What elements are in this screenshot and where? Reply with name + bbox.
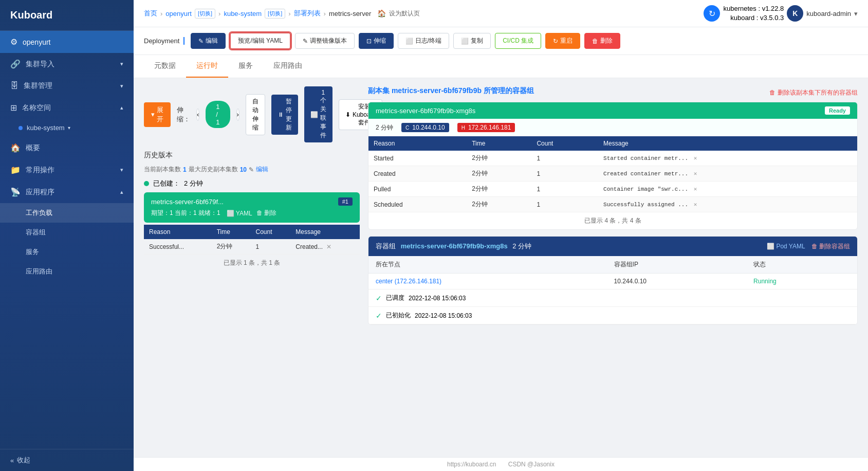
table-row: Started 2分钟 1 Started container metr... … [368, 151, 857, 166]
restart-button[interactable]: ↻ 重启 [545, 33, 580, 49]
delete-replica-link[interactable]: 🗑 删除该副本集下所有的容器组 [769, 88, 858, 97]
sidebar-item-container-group[interactable]: 容器组 [0, 223, 134, 242]
storage-icon: 🗄 [10, 81, 19, 90]
user-dropdown-icon[interactable]: ▾ [854, 10, 858, 17]
home-icon: 🏠 [377, 9, 386, 17]
pod-col-message: Message [598, 136, 857, 151]
chevron-down-icon-4: ▾ [120, 167, 123, 173]
sidebar: Kuboard ⚙ openyurt 🔗 集群导入 ▾ 🗄 集群管理 ▾ ⊞ 名… [0, 0, 134, 471]
pod-yaml-link[interactable]: ⬜ Pod YAML [767, 243, 805, 250]
sidebar-item-overview[interactable]: 🏠 概要 [0, 137, 134, 159]
chevron-up-icon-2: ▴ [120, 189, 123, 195]
ready-badge: Ready [825, 106, 850, 115]
pause-update-button[interactable]: ⏸ 暂停更新 [271, 95, 298, 135]
edit-history-link[interactable]: 编辑 [256, 165, 268, 174]
sidebar-app-route-label: 应用路由 [26, 267, 52, 275]
pause-icon: ⏸ [278, 111, 284, 118]
delete-version-link[interactable]: 🗑 删除 [256, 209, 276, 218]
pod-col-count: Count [531, 136, 598, 151]
cicd-button[interactable]: CI/CD 集成 [495, 33, 541, 49]
copy-button[interactable]: ⬜ 复制 [453, 33, 491, 49]
left-panel: ▾ 展开 伸缩： ‹ 1 / 1 › 自动伸缩 ⏸ 暂停更新 ⬜ 1 个关联事件… [144, 86, 360, 449]
pod-events-footer: 已显示 4 条，共 4 条 [368, 212, 857, 229]
tab-metadata[interactable]: 元数据 [144, 55, 186, 78]
toolbar-deployment-label: Deployment [144, 37, 184, 45]
grid-icon: ⊞ [10, 103, 17, 113]
app-icon: 📡 [10, 187, 21, 197]
set-default-link[interactable]: 设为默认页 [389, 9, 420, 18]
tab-app-route[interactable]: 应用路由 [263, 55, 312, 78]
copyright: CSDN @Jasonix [508, 461, 555, 468]
close-icon[interactable]: ✕ [326, 243, 331, 250]
auto-stretch-button[interactable]: 自动伸缩 [246, 94, 265, 135]
sidebar-logo: Kuboard [0, 0, 134, 31]
edit-icon-2: ✎ [249, 166, 254, 173]
col-time: Time [212, 225, 251, 239]
close-icon-row1[interactable]: ✕ [694, 155, 697, 161]
events-button[interactable]: ⬜ 1 个关联事件 [304, 86, 333, 142]
namespace-kube-system[interactable]: kube-system ▾ [0, 119, 134, 137]
stretch-minus-btn[interactable]: ‹ [196, 108, 199, 121]
initialized-row: ✓ 已初始化 2022-12-08 15:06:03 [368, 307, 857, 324]
sidebar-item-cluster-mgmt[interactable]: 🗄 集群管理 ▾ [0, 75, 134, 97]
tab-service[interactable]: 服务 [228, 55, 263, 78]
node-link[interactable]: center (172.26.146.181) [376, 278, 441, 285]
tabs: 元数据 运行时 服务 应用路由 [134, 55, 868, 78]
edit-button[interactable]: ✎ 编辑 [191, 33, 226, 49]
sidebar-item-openyurt[interactable]: ⚙ openyurt [0, 31, 134, 53]
breadcrumb-home[interactable]: 首页 [144, 9, 157, 18]
table-row: Pulled 2分钟 1 Container image "swr.c... ✕ [368, 182, 857, 197]
time-cell: 2分钟 [467, 197, 531, 212]
pod-col-time: Time [467, 136, 531, 151]
events-table: Reason Time Count Message Successful... … [144, 225, 360, 255]
download-icon: ⬇ [345, 111, 350, 118]
sidebar-item-namespace[interactable]: ⊞ 名称空间 ▴ [0, 97, 134, 119]
breadcrumb-openyurt[interactable]: openyurt [165, 10, 192, 17]
history-title: 历史版本 [144, 151, 360, 160]
yaml-link[interactable]: ⬜ YAML [227, 210, 252, 217]
breadcrumb-kube-system[interactable]: kube-system [224, 10, 262, 17]
file-icon: ⬜ [227, 210, 234, 217]
history-meta: 当前副本集数 1 最大历史副本集数 10 ✎ 编辑 [144, 165, 360, 174]
stretch-plus-btn[interactable]: › [236, 108, 239, 121]
log-button[interactable]: ⬜ 日志/终端 [398, 33, 449, 49]
adjust-image-button[interactable]: ✎ 调整镜像版本 [295, 33, 355, 49]
chevron-down-icon-2: ▾ [120, 83, 123, 89]
sidebar-item-cluster-import[interactable]: 🔗 集群导入 ▾ [0, 53, 134, 75]
file-icon-2: ⬜ [767, 243, 774, 250]
pod-card: metrics-server-6bf679fb9b-xmg8s Ready 2 … [368, 102, 858, 230]
sidebar-item-common-ops[interactable]: 📁 常用操作 ▾ [0, 159, 134, 181]
tab-runtime[interactable]: 运行时 [186, 55, 228, 78]
expand-button[interactable]: ▾ 展开 [144, 102, 171, 127]
k8s-version-line: kubernetes : v1.22.8 [723, 4, 784, 13]
sep-1: › [160, 10, 162, 17]
delete-container-link[interactable]: 🗑 删除容器组 [811, 242, 850, 251]
breadcrumb-deploy-list[interactable]: 部署列表 [294, 9, 321, 18]
close-icon-row2[interactable]: ✕ [694, 171, 697, 177]
current-replicas-value: 1 [183, 166, 187, 173]
sidebar-item-service[interactable]: 服务 [0, 242, 134, 262]
k8s-info: kubernetes : v1.22.8 kuboard : v3.5.0.3 [723, 4, 784, 23]
table-row: Created 2分钟 1 Created container metr... … [368, 166, 857, 182]
pod-col-reason: Reason [368, 136, 467, 151]
stretch-button[interactable]: ⊡ 伸缩 [359, 33, 394, 49]
count-cell: 1 [250, 239, 290, 255]
edit-icon: ✎ [198, 38, 204, 45]
reload-button[interactable]: ↻ [704, 5, 720, 22]
sidebar-collapse-btn[interactable]: « 收起 [0, 449, 134, 471]
initialized-value: 2022-12-08 15:06:03 [415, 312, 472, 319]
close-icon-row4[interactable]: ✕ [694, 202, 697, 208]
yaml-button[interactable]: 预览/编辑 YAML [230, 32, 290, 49]
delete-button[interactable]: 🗑 删除 [584, 33, 620, 49]
close-icon-row3[interactable]: ✕ [694, 186, 697, 192]
time-cell: 2分钟 [212, 239, 251, 255]
stretch-icon: ⊡ [366, 38, 372, 45]
sidebar-item-app-route[interactable]: 应用路由 [0, 262, 134, 281]
sidebar-item-app-program[interactable]: 📡 应用程序 ▴ [0, 181, 134, 203]
switch-kube-system-btn[interactable]: [切换] [265, 9, 285, 19]
version-info: 期望：1 当前：1 就绪：1 ⬜ YAML 🗑 删除 [151, 209, 353, 218]
container-table: 所在节点 容器组IP 状态 center (172.26.146.181) 10… [368, 256, 857, 289]
expand-bar: ▾ 展开 伸缩： ‹ 1 / 1 › 自动伸缩 ⏸ 暂停更新 ⬜ 1 个关联事件… [144, 86, 360, 142]
switch-openyurt-btn[interactable]: [切换] [195, 9, 215, 19]
sidebar-item-workload[interactable]: 工作负载 [0, 203, 134, 223]
